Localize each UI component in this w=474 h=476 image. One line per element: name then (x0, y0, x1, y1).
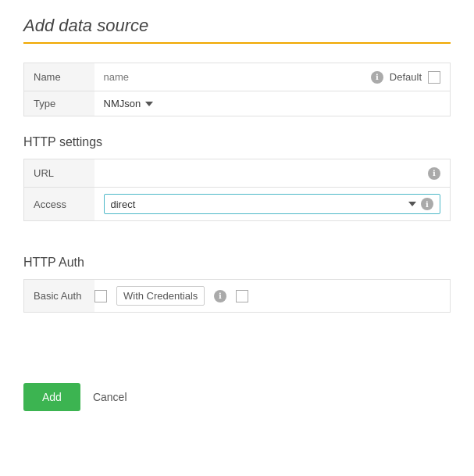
access-info-icon[interactable]: ℹ (421, 198, 433, 210)
button-row: Add Cancel (23, 383, 451, 411)
url-info-icon[interactable]: ℹ (428, 167, 440, 180)
access-label: Access (24, 188, 94, 221)
name-info-icon[interactable]: ℹ (371, 71, 383, 84)
http-auth-title: HTTP Auth (23, 256, 451, 270)
type-row: Type NMJson (24, 91, 451, 116)
type-value: NMJson (104, 98, 141, 109)
with-credentials-label: With Credentials (116, 286, 205, 306)
type-input-cell: NMJson (94, 91, 451, 116)
cancel-button[interactable]: Cancel (93, 391, 127, 403)
basic-auth-checkbox[interactable] (94, 290, 107, 302)
page-title: Add data source (23, 16, 451, 36)
url-label: URL (24, 159, 94, 188)
auth-content: With Credentials ℹ (94, 286, 440, 306)
http-auth-section: HTTP Auth Basic Auth With Credentials ℹ (23, 256, 451, 313)
access-row: Access direct ℹ (24, 188, 451, 221)
with-credentials-checkbox[interactable] (236, 290, 248, 302)
auth-row: Basic Auth With Credentials ℹ (23, 279, 451, 313)
name-input[interactable] (104, 70, 235, 84)
with-credentials-info-icon[interactable]: ℹ (214, 290, 226, 302)
http-settings-table: URL ℹ Access direct ℹ (23, 159, 451, 221)
title-divider (23, 42, 451, 44)
default-checkbox[interactable] (428, 71, 440, 84)
url-row: URL ℹ (24, 159, 451, 188)
access-dropdown-arrow[interactable] (408, 202, 416, 206)
add-button[interactable]: Add (23, 383, 80, 411)
http-settings-title: HTTP settings (23, 135, 451, 149)
access-value: direct (111, 199, 405, 210)
type-label: Type (24, 91, 94, 116)
url-input-cell: ℹ (94, 159, 451, 188)
basic-auth-label: Basic Auth (24, 280, 94, 312)
basic-settings-table: Name ℹ Default Type NMJson (23, 63, 451, 116)
access-input-cell: direct ℹ (94, 188, 451, 221)
name-label: Name (24, 63, 94, 91)
name-input-cell: ℹ Default (94, 63, 451, 91)
default-label: Default (390, 71, 422, 83)
type-dropdown-arrow[interactable] (145, 102, 153, 106)
name-row: Name ℹ Default (24, 63, 451, 91)
url-input[interactable] (104, 166, 424, 181)
